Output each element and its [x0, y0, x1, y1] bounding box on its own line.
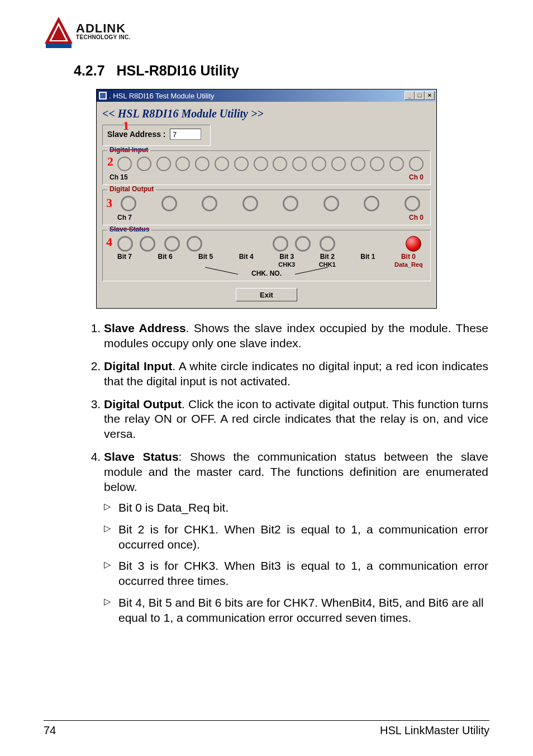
bit0-label: Bit 0 [401, 253, 416, 261]
do-led[interactable] [323, 196, 339, 211]
logo-icon [44, 16, 74, 49]
status-led [164, 236, 180, 252]
sublist-item: Bit 2 is for CHK1. When Bit2 is equal to… [118, 522, 488, 552]
di-ch-right: Ch 0 [409, 173, 423, 181]
di-led [195, 157, 210, 171]
status-led [295, 236, 311, 252]
bit3-label: Bit 3 [279, 253, 294, 261]
do-ch-right: Ch 0 [409, 214, 423, 221]
slave-status-legend: Slave Status [107, 225, 151, 233]
di-led [370, 157, 384, 171]
close-button[interactable]: × [425, 91, 435, 100]
sublist-item: Bit 4, Bit 5 and Bit 6 bits are for CHK7… [118, 596, 488, 626]
digital-input-leds [116, 155, 425, 172]
section-number: 4.2.7 [74, 63, 105, 78]
page-footer: 74 HSL LinkMaster Utility [44, 720, 489, 737]
list-item: Slave Status: Shows the communication st… [104, 450, 489, 626]
bit5-label: Bit 5 [192, 253, 220, 268]
digital-output-legend: Digital Output [107, 185, 156, 193]
do-led[interactable] [364, 196, 379, 211]
app-title: << HSL R8DI16 Module Utility >> [102, 107, 431, 120]
brand-logo: ADLINK TECHNOLOGY INC. [44, 16, 489, 49]
bit1-label: Bit 1 [354, 253, 382, 268]
di-led [409, 157, 423, 171]
bit0-sub: Data_Req [394, 261, 423, 268]
chk-no-label: CHK. NO. [236, 270, 297, 277]
footer-title: HSL LinkMaster Utility [380, 724, 489, 737]
di-led [137, 157, 151, 171]
slave-address-input[interactable] [170, 129, 201, 140]
item-4-bold: Slave Status [104, 450, 179, 463]
di-led [156, 157, 171, 171]
list-item: Slave Address. Shows the slave index occ… [104, 321, 489, 351]
callout-2: 2 [107, 154, 113, 169]
svg-rect-3 [46, 44, 72, 48]
bit6-label: Bit 6 [151, 253, 179, 268]
status-led [273, 236, 288, 252]
di-led [389, 157, 404, 171]
di-led [215, 157, 229, 171]
callout-3: 3 [106, 196, 112, 210]
do-led[interactable] [161, 196, 177, 211]
digital-output-leds [116, 195, 425, 212]
item-1-bold: Slave Address [104, 322, 186, 334]
di-led [351, 157, 365, 171]
sublist: Bit 0 is Data_Req bit. Bit 2 is for CHK1… [104, 500, 488, 626]
section-title: HSL-R8DI16 Utility [116, 63, 239, 78]
list-item: Digital Input. A white circle indicates … [104, 359, 489, 389]
di-led [292, 157, 307, 171]
callout-1: 1 [123, 119, 129, 133]
bit7-label: Bit 7 [111, 253, 139, 268]
status-led-bit0 [406, 236, 421, 252]
bit2-label: Bit 2 [320, 253, 335, 261]
status-led [320, 236, 335, 252]
digital-output-group: Digital Output 3 Ch 7Ch 0 [102, 190, 431, 225]
minimize-button[interactable]: _ [404, 91, 415, 100]
callout-4: 4 [106, 235, 112, 249]
sublist-item: Bit 0 is Data_Req bit. [118, 500, 488, 516]
bit4-label: Bit 4 [232, 253, 260, 268]
di-led [234, 157, 249, 171]
window-title: . HSL R8DI16 Test Module Utility [109, 92, 404, 100]
maximize-button[interactable]: □ [415, 91, 425, 100]
description-list: Slave Address. Shows the slave index occ… [44, 321, 489, 626]
sublist-item: Bit 3 is for CHK3. When Bit3 is equal to… [118, 559, 488, 589]
di-led [312, 157, 326, 171]
do-led[interactable] [242, 196, 258, 211]
do-ch-left: Ch 7 [117, 214, 132, 221]
di-led [273, 157, 287, 171]
page-number: 74 [44, 724, 56, 737]
di-led [331, 157, 346, 171]
di-led [254, 157, 268, 171]
di-ch-left: Ch 15 [110, 173, 128, 181]
item-3-bold: Digital Output [104, 398, 182, 410]
digital-input-legend: Digital Input [107, 146, 150, 154]
status-led [117, 236, 133, 252]
list-item: Digital Output. Click the icon to activa… [104, 397, 489, 442]
status-led [140, 236, 155, 252]
section-heading: 4.2.7 HSL-R8DI16 Utility [74, 63, 489, 79]
status-led [187, 236, 202, 252]
digital-input-group: Digital Input 2 Ch 15Ch 0 [102, 150, 431, 185]
app-icon [99, 92, 107, 100]
di-led [175, 157, 190, 171]
do-led[interactable] [283, 196, 298, 211]
do-led[interactable] [404, 196, 420, 211]
brand-tagline: TECHNOLOGY INC. [76, 35, 131, 40]
di-led [117, 157, 132, 171]
do-led[interactable] [202, 196, 217, 211]
titlebar: . HSL R8DI16 Test Module Utility _ □ × [97, 89, 436, 102]
brand-name: ADLINK [76, 22, 131, 35]
slave-status-group: Slave Status 4 Bit 7 Bit 6 B [102, 230, 431, 281]
slave-address-box: 1 Slave Address : [102, 125, 211, 146]
exit-button[interactable]: Exit [236, 288, 297, 301]
utility-window: . HSL R8DI16 Test Module Utility _ □ × <… [96, 89, 437, 309]
bit3-sub: CHK3 [278, 261, 295, 268]
slave-address-label: Slave Address : [107, 130, 166, 139]
item-2-bold: Digital Input [104, 360, 172, 372]
do-led[interactable] [121, 196, 136, 211]
